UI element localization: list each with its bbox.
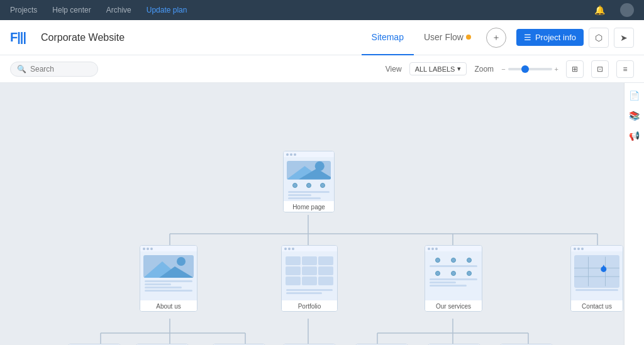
app-header: F||| Corporate Website Sitemap User Flow… (0, 20, 644, 55)
nav-help[interactable]: Help center (52, 6, 91, 14)
chevron-down-icon: ▾ (457, 65, 461, 73)
node-about[interactable]: About us (140, 245, 197, 312)
node-services[interactable]: Our services (425, 245, 482, 312)
tab-bar: Sitemap User Flow ＋ (362, 20, 506, 55)
node-home-label: Home page (284, 201, 334, 212)
side-panel-btn-2[interactable]: 📚 (627, 108, 642, 123)
zoom-in-icon[interactable]: + (555, 65, 558, 73)
canvas[interactable]: Home page About us (0, 83, 644, 345)
nav-update-plan[interactable]: Update plan (147, 6, 187, 14)
svg-point-23 (177, 257, 186, 266)
list-view-button[interactable]: ≡ (616, 60, 634, 78)
zoom-slider[interactable] (508, 68, 552, 70)
logo-icon: F||| (10, 30, 26, 45)
nav-projects[interactable]: Projects (10, 6, 37, 14)
logo: F||| (10, 30, 26, 45)
zoom-out-icon[interactable]: − (501, 65, 505, 73)
side-panel-btn-3[interactable]: 📢 (627, 128, 642, 143)
project-title: Corporate Website (41, 32, 125, 43)
zoom-control[interactable]: − + (501, 65, 558, 73)
search-input[interactable] (30, 65, 93, 74)
user-avatar[interactable] (620, 3, 634, 17)
node-services-label: Our services (425, 300, 482, 311)
search-box[interactable]: 🔍 (10, 62, 98, 77)
side-panel: 📄 📚 📢 (624, 83, 644, 345)
node-contact[interactable]: Contact us (570, 245, 623, 312)
header-actions: ☰ Project info ⬡ ➤ (516, 28, 634, 48)
view-dropdown[interactable]: ALL LABELS ▾ (409, 62, 467, 75)
share-button[interactable]: ➤ (614, 28, 634, 48)
nav-archive[interactable]: Archive (106, 6, 131, 14)
tab-badge (466, 35, 471, 40)
fit-view-button[interactable]: ⊞ (566, 60, 584, 78)
node-portfolio-label: Portfolio (282, 300, 337, 311)
tab-userflow[interactable]: User Flow (414, 20, 481, 55)
add-tab-button[interactable]: ＋ (486, 28, 506, 48)
toolbar: 🔍 View ALL LABELS ▾ Zoom − + ⊞ ⊡ ≡ (0, 55, 644, 83)
zoom-label: Zoom (474, 65, 494, 74)
tab-sitemap[interactable]: Sitemap (362, 20, 414, 55)
search-icon: 🔍 (17, 65, 26, 74)
view-label: View (386, 65, 402, 74)
node-about-label: About us (140, 300, 197, 311)
notifications-bell[interactable]: 🔔 (594, 5, 605, 15)
thumbnail-button[interactable]: ⊡ (591, 60, 609, 78)
node-portfolio[interactable]: Portfolio (281, 245, 338, 312)
project-info-button[interactable]: ☰ Project info (516, 29, 584, 46)
node-home[interactable]: Home page (283, 151, 335, 212)
side-panel-btn-1[interactable]: 📄 (627, 88, 642, 103)
node-contact-label: Contact us (571, 300, 623, 311)
export-button[interactable]: ⬡ (589, 28, 609, 48)
top-navigation: Projects Help center Archive Update plan… (0, 0, 644, 20)
